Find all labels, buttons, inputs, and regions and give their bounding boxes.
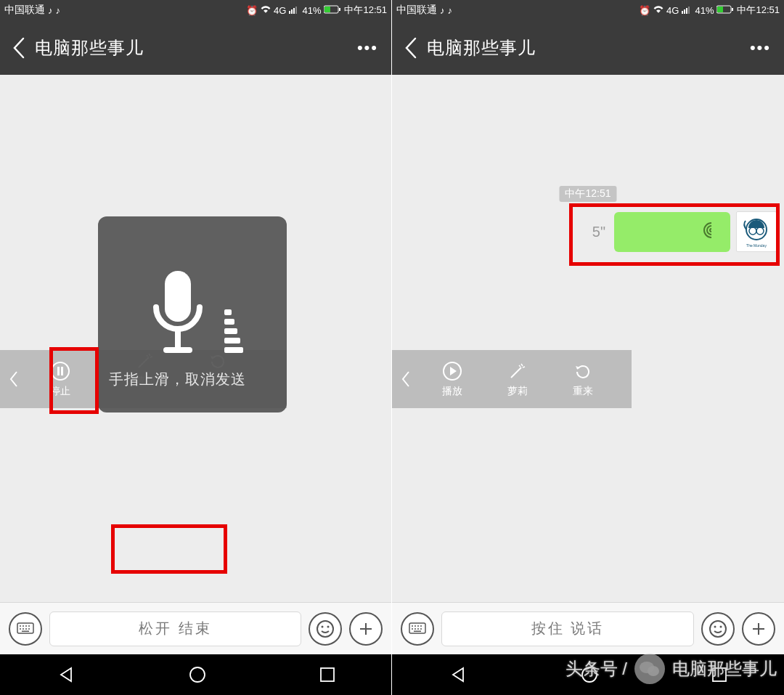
redo-label: 重来 (573, 385, 593, 398)
svg-point-23 (317, 621, 333, 637)
svg-point-14 (20, 625, 21, 627)
stop-button[interactable]: 停止 (28, 350, 93, 408)
keyboard-icon (17, 622, 34, 635)
collapse-arrow-icon[interactable] (392, 370, 420, 388)
clock-label: 中午12:51 (737, 4, 780, 17)
redo-button[interactable]: 重来 (550, 360, 616, 398)
svg-rect-49 (414, 630, 421, 632)
more-button[interactable]: ••• (750, 38, 771, 57)
svg-point-51 (714, 625, 716, 627)
svg-point-56 (648, 666, 659, 676)
wifi-icon (261, 5, 271, 16)
plus-icon (357, 620, 375, 638)
svg-point-19 (23, 628, 24, 630)
svg-rect-27 (321, 668, 334, 681)
svg-rect-3 (295, 7, 297, 14)
voice-bubble[interactable] (614, 212, 730, 252)
message-timestamp: 中午12:51 (559, 186, 616, 202)
svg-point-41 (412, 625, 413, 627)
svg-rect-33 (717, 7, 723, 12)
play-button[interactable]: 播放 (420, 360, 485, 398)
svg-point-21 (28, 628, 30, 630)
svg-point-37 (756, 227, 764, 235)
smile-icon (316, 619, 335, 638)
voice-message[interactable]: 5" The Monday (592, 211, 777, 252)
voice-effect-label: 萝莉 (507, 385, 528, 398)
svg-rect-31 (688, 7, 690, 14)
avatar[interactable]: The Monday (736, 211, 777, 252)
svg-rect-29 (684, 9, 685, 14)
alarm-icon: ⏰ (639, 5, 650, 16)
voice-action-strip: 播放 萝莉 重来 (392, 350, 632, 408)
collapse-arrow-icon[interactable] (0, 370, 28, 388)
voice-record-button[interactable]: 按住 说话 (441, 611, 694, 646)
nav-back-button[interactable] (449, 665, 467, 684)
svg-point-43 (417, 625, 419, 627)
keyboard-toggle-button[interactable] (401, 612, 434, 646)
svg-text:The Monday: The Monday (746, 243, 767, 248)
svg-point-50 (710, 621, 726, 637)
voice-record-button[interactable]: 松开 结束 (49, 611, 301, 646)
more-button[interactable]: ••• (357, 38, 378, 57)
emoji-button[interactable] (309, 612, 342, 646)
voice-effect-button[interactable]: 萝莉 (485, 360, 550, 398)
battery-label: 41% (695, 5, 714, 16)
carrier-label: 中国联通 (396, 4, 437, 17)
nav-back-button[interactable] (57, 665, 75, 684)
nav-recent-button[interactable] (319, 667, 335, 683)
keyboard-icon (409, 622, 426, 635)
undo-icon (573, 360, 593, 382)
chat-input-bar: 松开 结束 (0, 602, 391, 654)
emoji-button[interactable] (701, 612, 735, 646)
play-icon (442, 360, 462, 382)
watermark-prefix: 头条号 / (565, 657, 627, 680)
smile-icon (709, 619, 727, 638)
sound-wave-icon (703, 221, 720, 242)
pause-icon (50, 360, 70, 382)
carrier-label: 中国联通 (4, 4, 45, 17)
signal-bars-icon (682, 5, 692, 16)
svg-point-42 (415, 625, 416, 627)
add-button[interactable] (742, 612, 775, 646)
wechat-logo-icon (634, 654, 665, 684)
back-button[interactable] (7, 36, 30, 60)
voice-record-label: 松开 结束 (139, 619, 212, 638)
nav-home-button[interactable] (188, 665, 207, 684)
chat-body: 中午12:51 5" The Monday (392, 75, 784, 602)
back-button[interactable] (399, 36, 422, 60)
stop-label: 停止 (50, 385, 70, 398)
chat-input-bar: 按住 说话 (392, 602, 784, 654)
chat-title: 电脑那些事儿 (427, 36, 536, 60)
svg-point-44 (420, 625, 422, 627)
chat-header: 电脑那些事儿 ••• (0, 20, 391, 75)
svg-point-15 (23, 625, 24, 627)
svg-point-25 (327, 625, 330, 627)
svg-rect-10 (165, 271, 191, 322)
svg-rect-12 (163, 347, 192, 353)
svg-point-47 (417, 628, 419, 630)
voice-duration: 5" (592, 224, 605, 240)
svg-point-16 (25, 625, 27, 627)
watermark: 头条号 / 电脑那些事儿 (565, 654, 777, 684)
svg-rect-28 (682, 11, 683, 14)
wifi-icon (653, 5, 663, 16)
svg-point-24 (322, 625, 324, 627)
signal-bars-icon (289, 5, 299, 16)
svg-point-36 (749, 227, 756, 235)
status-bar: 中国联通 ♪ ♪ ⏰ 4G 41% 中午12:51 (392, 0, 784, 20)
svg-rect-5 (324, 7, 330, 12)
svg-point-26 (190, 667, 205, 682)
svg-rect-2 (293, 8, 295, 14)
svg-rect-8 (57, 367, 60, 375)
svg-point-48 (420, 628, 422, 630)
tiktok-icon: ♪ (56, 5, 61, 16)
svg-point-46 (415, 628, 416, 630)
watermark-name: 电脑那些事儿 (672, 657, 777, 680)
chat-body: 停止 萝莉 重来 (0, 75, 391, 602)
wand-icon (508, 360, 527, 382)
svg-point-52 (720, 625, 722, 627)
svg-point-45 (412, 628, 413, 630)
plus-icon (750, 620, 767, 638)
keyboard-toggle-button[interactable] (9, 612, 42, 646)
add-button[interactable] (349, 612, 383, 646)
